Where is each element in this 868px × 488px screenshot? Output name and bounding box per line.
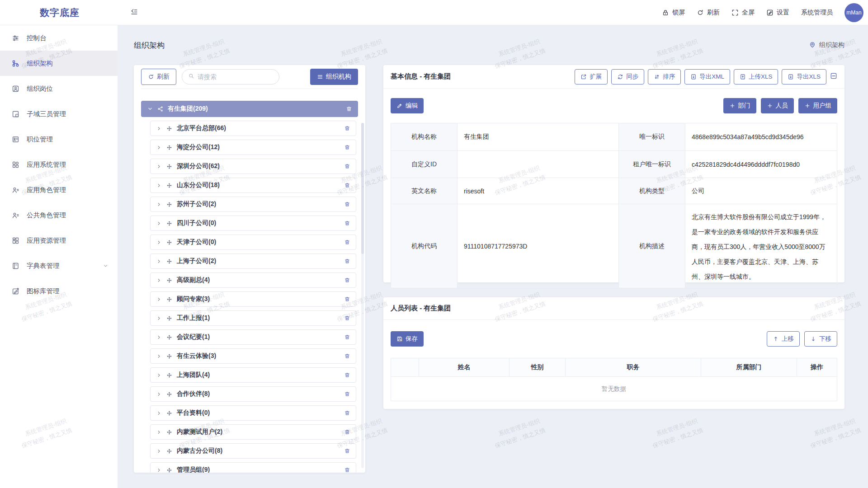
trash-icon[interactable] (344, 467, 350, 473)
trash-icon[interactable] (344, 258, 350, 264)
avatar[interactable]: mMan (844, 3, 863, 22)
move-icon (166, 410, 172, 416)
trash-icon[interactable] (344, 125, 350, 131)
field-value: 公司 (685, 178, 837, 204)
tree-node-9[interactable]: 顾问专家(3) (150, 291, 356, 307)
trash-icon[interactable] (344, 372, 350, 378)
tree-node-0[interactable]: 北京平台总部(66) (150, 121, 356, 136)
edit-button[interactable]: 编辑 (391, 98, 424, 113)
move-up-button[interactable]: 上移 (767, 331, 800, 347)
tree-node-14[interactable]: 合作伙伴(8) (150, 386, 356, 402)
expand-button[interactable]: 扩展 (575, 69, 608, 84)
trash-icon[interactable] (344, 315, 350, 321)
upload-xls-button[interactable]: 上传XLS (734, 69, 778, 84)
tree-node-13[interactable]: 上海团队(4) (150, 367, 356, 383)
tree-node-1[interactable]: 海淀分公司(12) (150, 140, 356, 155)
sidebar-item-10[interactable]: 图标库管理 (0, 278, 118, 304)
move-icon (166, 145, 172, 150)
sidebar-item-5[interactable]: 应用系统管理 (0, 152, 118, 177)
header-action-refresh[interactable]: 刷新 (697, 9, 720, 17)
basic-info-table: 机构名称有生集团唯一标识4868e899c5034a87a49b5cd9d345… (391, 123, 837, 288)
chevron-right-icon (156, 315, 162, 321)
save-button[interactable]: 保存 (391, 331, 424, 347)
info-row-3: 机构代码91110108717725973D机构描述北京有生博大软件股份有限公司… (391, 204, 837, 288)
tree-node-4[interactable]: 苏州子公司(2) (150, 197, 356, 212)
sidebar-item-6[interactable]: 应用角色管理 (0, 177, 118, 202)
field-label: 机构代码 (391, 204, 458, 288)
refresh-button[interactable]: 刷新 (141, 69, 176, 85)
tree-node-2[interactable]: 深圳分公司(62) (150, 159, 356, 174)
search-input[interactable] (198, 73, 273, 80)
tree-node-16[interactable]: 内蒙测试用户(2) (150, 424, 356, 440)
doc-down-icon (690, 74, 697, 80)
tree-node-18[interactable]: 管理员组(9) (150, 462, 356, 473)
sidebar-item-3[interactable]: 子域三员管理 (0, 101, 118, 127)
chevron-right-icon (156, 448, 162, 454)
basic-info-title: 基本信息 - 有生集团 (391, 72, 451, 81)
header-action-fullscreen[interactable]: 全屏 (731, 9, 755, 17)
tree-node-6[interactable]: 天津子公司(0) (150, 235, 356, 250)
tree-node-17[interactable]: 内蒙古分公司(8) (150, 443, 356, 459)
sidebar-item-7[interactable]: 公共角色管理 (0, 202, 118, 228)
trash-icon[interactable] (344, 353, 350, 359)
trash-icon[interactable] (344, 163, 350, 169)
sort-button[interactable]: 排序 (648, 69, 681, 84)
refresh-icon (697, 9, 704, 16)
move-icon (166, 126, 172, 131)
tree-node-11[interactable]: 会议纪要(1) (150, 329, 356, 345)
trash-icon[interactable] (344, 277, 350, 283)
collapse-sidebar-button[interactable] (130, 8, 138, 18)
tree-node-10[interactable]: 工作上报(1) (150, 310, 356, 326)
tree-node-15[interactable]: 平台资料(0) (150, 405, 356, 421)
move-down-button[interactable]: 下移 (804, 331, 837, 347)
trash-icon[interactable] (344, 296, 350, 302)
tree-node-8[interactable]: 高级副总(4) (150, 272, 356, 288)
move-icon (166, 239, 172, 245)
trash-icon[interactable] (344, 239, 350, 245)
tree-node-7[interactable]: 上海子公司(2) (150, 253, 356, 269)
trash-icon[interactable] (344, 201, 350, 207)
export-xml-button[interactable]: 导出XML (684, 69, 730, 84)
field-label: 机构描述 (619, 204, 685, 288)
trash-icon[interactable] (344, 144, 350, 150)
top-header: 数字底座 锁屏刷新全屏设置 系统管理员 mMan (0, 0, 868, 25)
sidebar-item-8[interactable]: 应用资源管理 (0, 228, 118, 253)
tree-node-12[interactable]: 有生云体验(3) (150, 348, 356, 364)
org-structure-button[interactable]: 组织机构 (310, 69, 358, 85)
trash-icon[interactable] (344, 448, 350, 454)
sidebar-item-2[interactable]: 组织岗位 (0, 76, 118, 101)
sync-button[interactable]: 同步 (611, 69, 644, 84)
sidebar-item-9[interactable]: 字典表管理 (0, 253, 118, 278)
tree-node-3[interactable]: 山东分公司(18) (150, 178, 356, 193)
sidebar-item-0[interactable]: 控制台 (0, 25, 118, 51)
header-action-settings[interactable]: 设置 (766, 9, 789, 17)
add-person-button[interactable]: 人员 (761, 98, 794, 113)
plus-icon (767, 103, 773, 109)
trash-icon[interactable] (344, 334, 350, 340)
trash-icon[interactable] (344, 429, 350, 435)
trash-icon[interactable] (344, 410, 350, 416)
trash-icon[interactable] (344, 182, 350, 188)
add-department-button[interactable]: 部门 (723, 98, 756, 113)
header-action-label: 锁屏 (672, 9, 685, 17)
header-actions: 锁屏刷新全屏设置 系统管理员 mMan (662, 3, 868, 22)
header-action-lock[interactable]: 锁屏 (662, 9, 685, 17)
trash-icon[interactable] (344, 391, 350, 397)
add-user-group-button[interactable]: 用户组 (798, 98, 838, 113)
sidebar-item-4[interactable]: 职位管理 (0, 127, 118, 152)
export-xls-label: 导出XLS (797, 73, 821, 81)
collapse-panel-icon[interactable] (830, 72, 837, 81)
tree-node-5[interactable]: 四川子公司(0) (150, 216, 356, 231)
sidebar-item-1[interactable]: 组织架构 (0, 51, 118, 76)
trash-icon[interactable] (346, 106, 352, 112)
sidebar-item-label: 职位管理 (27, 135, 53, 144)
tree-scrollbar[interactable] (361, 123, 364, 468)
current-user-label[interactable]: 系统管理员 (801, 9, 833, 17)
field-label: 机构类型 (619, 178, 685, 204)
breadcrumb: 组织架构 (809, 41, 844, 50)
export-xls-button[interactable]: 导出XLS (782, 69, 826, 84)
tree-node-label: 山东分公司(18) (177, 181, 220, 189)
trash-icon[interactable] (344, 220, 350, 226)
move-icon (166, 258, 172, 264)
tree-root-node[interactable]: 有生集团(209) (141, 101, 358, 117)
